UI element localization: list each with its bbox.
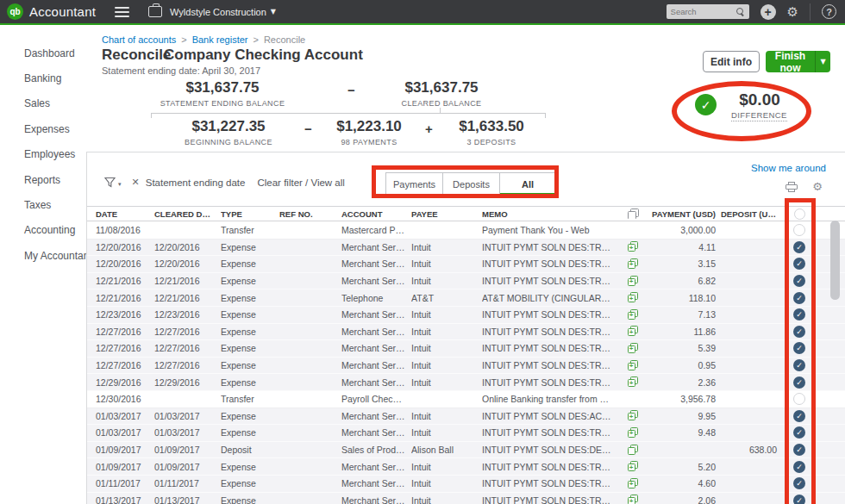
breadcrumb-item[interactable]: Bank register [192,34,248,45]
help-icon[interactable]: ? [822,4,836,19]
table-row[interactable]: 01/09/2017 01/09/2017 Deposit Sales of P… [87,442,845,459]
reconcile-checkbox[interactable] [793,495,805,504]
attachment-add-icon[interactable]: + [628,276,639,287]
reconcile-checkbox[interactable] [793,461,805,473]
table-row[interactable]: 12/21/2016 12/21/2016 Expense Merchant S… [87,273,845,290]
header-account[interactable]: ACCOUNT [341,209,411,219]
table-row[interactable]: 11/08/2016 Transfer Mastercard Paya... P… [87,222,845,240]
sidebar-item-sales[interactable]: Sales [0,91,86,116]
attachment-copy-icon[interactable] [628,445,639,456]
cell-payee: Intuit [411,478,482,488]
reconcile-checkbox[interactable] [793,258,805,270]
cell-memo: INTUIT PYMT SOLN DES:TRAN FEE ID [482,276,617,286]
tab-payments[interactable]: Payments [385,172,442,196]
active-filter-label[interactable]: Statement ending date [146,177,246,188]
table-row[interactable]: 12/27/2016 12/27/2016 Expense Merchant S… [87,324,845,341]
attachment-add-icon[interactable]: + [628,478,639,489]
header-deposit[interactable]: DEPOSIT (USD) [721,209,782,219]
reconcile-checkbox[interactable] [793,292,805,304]
reconcile-checkbox[interactable] [793,376,805,389]
tab-deposits[interactable]: Deposits [442,172,499,196]
attachment-add-icon[interactable]: + [628,461,639,472]
reconcile-checkbox[interactable] [793,241,805,253]
header-type[interactable]: TYPE [221,209,279,219]
select-all-circle[interactable] [794,208,805,220]
difference-label[interactable]: DIFFERENCE [731,110,787,121]
filter-caret-icon[interactable]: ▾ [118,181,122,188]
table-row[interactable]: 12/27/2016 12/27/2016 Expense Merchant S… [87,358,845,375]
reconcile-checkbox[interactable] [793,342,805,354]
table-settings-gear-icon[interactable]: ⚙ [812,180,823,193]
table-row[interactable]: 12/20/2016 12/20/2016 Expense Merchant S… [87,240,845,257]
attachment-add-icon[interactable]: + [628,241,639,252]
attachment-add-icon[interactable]: + [628,360,639,371]
briefcase-icon[interactable] [148,6,162,17]
company-selector[interactable]: Wyldstyle Construction ▼ [170,7,276,17]
sidebar-item-my-accountant[interactable]: My Accountant [0,243,86,268]
header-payee[interactable]: PAYEE [411,209,482,219]
reconcile-checkbox[interactable] [793,477,805,489]
attachment-add-icon[interactable]: + [628,343,639,354]
hamburger-menu-icon[interactable] [115,7,129,17]
cell-account: Telephone [341,293,411,303]
sidebar-item-expenses[interactable]: Expenses [0,116,86,141]
table-row[interactable]: 12/21/2016 12/21/2016 Expense Telephone … [87,289,845,307]
reconcile-checkbox[interactable] [793,275,805,287]
cell-account: Merchant Servic... [341,478,411,488]
search-box[interactable] [667,4,749,19]
reconcile-checkbox[interactable] [793,410,805,422]
table-row[interactable]: 01/03/2017 01/03/2017 Expense Merchant S… [87,408,845,426]
header-memo[interactable]: MEMO [482,209,617,219]
finish-now-button[interactable]: Finish now ▼ [766,51,830,72]
reconcile-checkbox[interactable] [793,308,805,320]
remove-filter-icon[interactable]: ✕ [132,177,140,188]
attachment-add-icon[interactable]: + [628,292,639,303]
table-row[interactable]: 12/20/2016 12/20/2016 Expense Merchant S… [87,256,845,273]
attachment-add-icon[interactable]: + [628,376,639,388]
edit-info-button[interactable]: Edit info [703,51,760,72]
table-row[interactable]: 12/29/2016 12/29/2016 Expense Merchant S… [87,374,845,391]
show-me-around-link[interactable]: Show me around [751,163,826,173]
reconcile-checkbox[interactable] [793,224,805,236]
attachment-add-icon[interactable]: + [628,258,639,270]
header-date[interactable]: DATE [87,209,154,219]
finish-now-dropdown-icon[interactable]: ▼ [815,51,830,72]
sidebar-item-reports[interactable]: Reports [0,167,86,192]
reconcile-checkbox[interactable] [793,393,805,405]
print-icon[interactable] [786,182,798,192]
filter-funnel-icon[interactable] [104,177,116,188]
table-row[interactable]: 01/13/2017 01/13/2017 Expense Merchant S… [87,493,845,504]
attachment-add-icon[interactable]: + [628,495,639,504]
search-icon[interactable] [736,8,745,16]
breadcrumb-item[interactable]: Chart of accounts [102,34,176,45]
reconcile-checkbox[interactable] [793,326,805,338]
header-cleared-date[interactable]: CLEARED DATE [154,209,221,219]
sidebar-item-banking[interactable]: Banking [0,65,86,90]
table-row[interactable]: 01/03/2017 01/03/2017 Expense Merchant S… [87,425,845,442]
table-row[interactable]: 01/11/2017 01/11/2017 Expense Merchant S… [87,476,845,493]
table-row[interactable]: 01/09/2017 01/09/2017 Expense Merchant S… [87,458,845,476]
attachment-add-icon[interactable]: + [628,326,639,337]
attachment-add-icon[interactable]: + [628,309,639,320]
table-row[interactable]: 12/23/2016 12/23/2016 Expense Merchant S… [87,307,845,324]
clear-filter-link[interactable]: Clear filter / View all [257,177,344,188]
sidebar-item-taxes[interactable]: Taxes [0,192,86,217]
reconcile-checkbox[interactable] [793,426,805,439]
gear-icon[interactable]: ⚙ [787,4,798,20]
sidebar-item-accounting[interactable]: Accounting [0,218,86,243]
table-row[interactable]: 12/30/2016 Transfer Payroll Checking... … [87,391,845,408]
create-plus-button[interactable]: + [760,4,776,20]
sidebar-item-employees[interactable]: Employees [0,142,86,167]
reconcile-checkbox[interactable] [793,444,805,456]
attachment-add-icon[interactable]: + [628,427,639,439]
attachment-add-icon[interactable]: + [628,410,639,421]
reconcile-checkbox[interactable] [793,359,805,371]
sidebar-item-dashboard[interactable]: Dashboard [0,40,86,65]
header-payment[interactable]: PAYMENT (USD) [648,209,721,219]
tab-all[interactable]: All [499,172,556,196]
table-row[interactable]: 12/27/2016 12/27/2016 Expense Merchant S… [87,340,845,358]
header-ref-no[interactable]: REF NO. [279,209,341,219]
search-input[interactable] [671,7,736,16]
vertical-scrollbar[interactable] [830,221,840,300]
quickbooks-logo-icon[interactable]: qb [7,3,23,20]
